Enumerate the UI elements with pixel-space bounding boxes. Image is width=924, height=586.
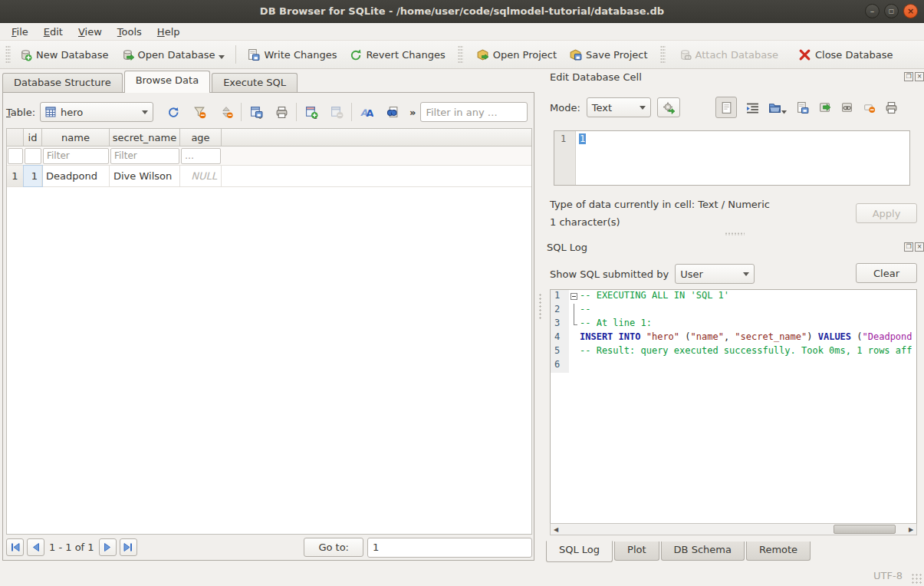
find-in-cell-button[interactable] xyxy=(382,102,402,122)
filter-input-id[interactable] xyxy=(25,148,41,164)
font-format-button[interactable]: A A xyxy=(357,102,377,122)
prev-record-button[interactable] xyxy=(27,538,44,556)
grid-header-row: id name secret_name age xyxy=(7,129,531,146)
dock-splitter-handle[interactable] xyxy=(725,232,745,235)
save-project-button[interactable]: Save Project xyxy=(563,44,654,65)
save-table-button[interactable] xyxy=(246,102,266,122)
menu-file[interactable]: File xyxy=(5,25,35,39)
delete-record-button xyxy=(327,102,347,122)
open-database-button[interactable]: Open Database xyxy=(115,44,232,65)
column-header-name[interactable]: name xyxy=(42,129,110,146)
new-database-button[interactable]: New Database xyxy=(13,44,115,65)
scroll-right-icon[interactable]: ▶ xyxy=(906,524,916,535)
mode-select[interactable]: Text xyxy=(587,97,651,117)
clear-log-button[interactable]: Clear xyxy=(856,263,917,283)
filter-input-secret-name[interactable] xyxy=(110,148,179,164)
last-record-button[interactable] xyxy=(120,538,137,556)
dock-tab-db-schema[interactable]: DB Schema xyxy=(661,542,745,561)
print-cell-button[interactable] xyxy=(885,101,898,114)
filter-input-name[interactable] xyxy=(43,148,109,164)
cell-editor-content[interactable]: 1 xyxy=(579,133,586,144)
grid-corner[interactable] xyxy=(7,129,24,146)
delete-record-icon xyxy=(330,106,344,119)
close-panel-icon[interactable]: × xyxy=(915,242,924,252)
close-database-button[interactable]: Close Database xyxy=(792,44,899,65)
scrollbar-thumb[interactable] xyxy=(834,525,896,534)
cell-name[interactable]: Deadpond xyxy=(42,166,110,186)
column-header-age[interactable]: age xyxy=(180,129,222,146)
print-button[interactable] xyxy=(271,102,291,122)
float-panel-icon[interactable]: ❐ xyxy=(904,72,913,81)
insert-record-button[interactable] xyxy=(301,102,321,122)
fold-marker-icon[interactable] xyxy=(571,293,577,300)
pane-splitter[interactable] xyxy=(537,71,544,561)
apply-button: Apply xyxy=(856,203,917,223)
chevron-down-icon xyxy=(142,110,148,114)
tab-database-structure[interactable]: Database Structure xyxy=(2,73,123,93)
tab-browse-data[interactable]: Browse Data xyxy=(124,71,211,93)
global-filter-input[interactable] xyxy=(420,102,528,122)
show-sql-select[interactable]: User xyxy=(675,264,755,284)
clear-sorting-button[interactable] xyxy=(216,102,236,122)
resize-grip[interactable] xyxy=(911,573,922,584)
dock-tab-sql-log[interactable]: SQL Log xyxy=(546,541,613,562)
filter-input-age[interactable] xyxy=(181,148,221,164)
menu-help[interactable]: Help xyxy=(150,25,187,39)
revert-changes-button[interactable]: Revert Changes xyxy=(343,44,451,65)
cell-id[interactable]: 1 xyxy=(24,166,42,186)
cell-secret-name[interactable]: Dive Wilson xyxy=(110,166,180,186)
scrollbar-track[interactable] xyxy=(561,524,906,535)
close-database-icon xyxy=(798,48,811,61)
dock-tab-plot[interactable]: Plot xyxy=(614,542,659,561)
data-grid: id name secret_name age 1 1 Deadpond Div… xyxy=(6,128,532,535)
toolbar-grip[interactable] xyxy=(660,45,666,64)
attach-database-icon xyxy=(679,48,692,61)
title-bar[interactable]: DB Browser for SQLite - /home/user/code/… xyxy=(0,0,924,23)
menu-view[interactable]: View xyxy=(71,25,109,39)
import-cell-button[interactable] xyxy=(768,101,787,114)
table-select[interactable]: hero xyxy=(40,102,153,122)
write-changes-button[interactable]: Write Changes xyxy=(241,44,343,65)
row-number[interactable]: 1 xyxy=(7,166,24,186)
maximize-button[interactable]: ▢ xyxy=(884,4,899,18)
toolbar-grip[interactable] xyxy=(458,45,463,64)
open-project-button[interactable]: Open Project xyxy=(470,44,563,65)
column-header-id[interactable]: id xyxy=(24,129,42,146)
sql-log-view[interactable]: 1-- EXECUTING ALL IN 'SQL 1'2--3-- At li… xyxy=(550,289,917,535)
close-panel-icon[interactable]: × xyxy=(915,72,924,81)
open-project-icon xyxy=(476,48,489,61)
print-icon xyxy=(275,106,288,119)
apply-format-button[interactable] xyxy=(657,97,680,117)
open-in-app-button[interactable] xyxy=(818,101,831,114)
dock-tab-remote[interactable]: Remote xyxy=(746,542,811,561)
export-cell-button[interactable] xyxy=(796,101,809,114)
clear-filters-button[interactable] xyxy=(189,102,209,122)
minimize-button[interactable]: – xyxy=(865,4,880,18)
scroll-left-icon[interactable]: ◀ xyxy=(551,524,561,535)
float-panel-icon[interactable]: ❐ xyxy=(904,242,913,252)
refresh-button[interactable] xyxy=(163,102,182,122)
goto-input[interactable] xyxy=(367,538,532,558)
sql-log-hscrollbar[interactable]: ◀ ▶ xyxy=(550,523,917,535)
toolbar-grip[interactable] xyxy=(5,45,11,64)
table-row: 1 1 Deadpond Dive Wilson NULL xyxy=(7,166,531,187)
cell-editor[interactable]: 1 1 xyxy=(554,130,910,186)
toolbar-overflow-chevron[interactable]: » xyxy=(409,107,416,118)
link-button[interactable] xyxy=(840,101,853,114)
cell-age[interactable]: NULL xyxy=(180,166,222,186)
filter-input-rownum[interactable] xyxy=(8,148,23,164)
menu-edit[interactable]: Edit xyxy=(37,25,70,39)
tab-execute-sql[interactable]: Execute SQL xyxy=(212,73,298,93)
indent-icon[interactable] xyxy=(746,101,759,114)
set-null-button[interactable] xyxy=(863,101,876,114)
first-record-button[interactable] xyxy=(6,538,24,556)
close-button[interactable]: × xyxy=(903,4,918,18)
column-header-secret-name[interactable]: secret_name xyxy=(110,129,180,146)
menu-tools[interactable]: Tools xyxy=(110,25,149,39)
word-wrap-button[interactable] xyxy=(715,97,737,118)
font-icon: A A xyxy=(360,106,373,119)
clear-sorting-icon xyxy=(220,106,233,119)
window-title: DB Browser for SQLite - /home/user/code/… xyxy=(260,5,664,17)
goto-button[interactable]: Go to: xyxy=(304,538,363,557)
next-record-button[interactable] xyxy=(99,538,117,556)
